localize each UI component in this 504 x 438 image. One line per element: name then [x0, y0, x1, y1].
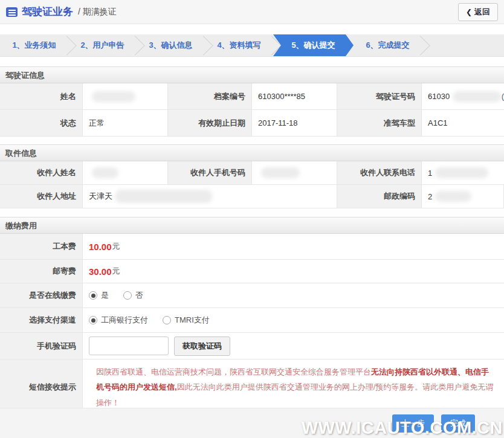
name-value [83, 83, 168, 110]
postcode-value: 2 [422, 185, 504, 208]
postage-fee-value: 30.00 元 [83, 260, 504, 283]
online-pay-label: 是否在线缴费 [0, 283, 83, 308]
pay-channel-options: 工商银行支付 TMRI支付 [83, 308, 504, 333]
redacted-recipient-phone [435, 167, 488, 178]
recipient-address-label: 收件人地址 [0, 185, 83, 208]
redacted-recipient-name [92, 167, 118, 178]
postage-fee-label: 邮寄费 [0, 260, 83, 283]
previous-step-button[interactable]: 上一步 [392, 414, 434, 433]
notice-part1: 因陕西省联通、电信运营商技术问题，陕西省互联网交通安全综合服务管理平台 [96, 367, 371, 376]
online-pay-yes-label: 是 [101, 290, 109, 301]
step-5-confirm-submit-active[interactable]: 5、确认提交 [273, 34, 354, 56]
license-no-label: 驾驶证号码 [337, 83, 422, 110]
channel-icbc-label: 工商银行支付 [101, 315, 148, 326]
recipient-address-value: 天津天 [83, 185, 337, 208]
recipient-mobile-label: 收件人手机号码 [168, 161, 252, 185]
recipient-phone-value: 1 [422, 161, 504, 185]
expiry-value: 2017-11-18 [252, 110, 337, 137]
breadcrumb-subtitle: / 期满换证 [78, 7, 117, 18]
footer-buttons: 上一步 完成 [392, 414, 475, 433]
redacted-recipient-address [115, 190, 212, 203]
vehicle-type-label: 准驾车型 [337, 110, 422, 137]
sms-code-input[interactable] [89, 337, 169, 355]
license-no-prefix: 61030 [428, 92, 450, 101]
get-code-button[interactable]: 获取验证码 [174, 337, 230, 356]
page-title: 驾驶证业务 [22, 5, 73, 19]
spacer [0, 57, 504, 66]
vehicle-type-value: A1C1 [422, 110, 504, 137]
step-nav: 1、业务须知 2、用户申告 3、确认信息 4、资料填写 5、确认提交 6、完成提… [0, 34, 504, 57]
spacer [0, 208, 504, 217]
back-button-label: 返回 [474, 7, 490, 18]
sms-code-label: 手机验证码 [0, 333, 83, 359]
postcode-prefix: 2 [428, 192, 432, 201]
radio-channel-tmri[interactable] [163, 316, 171, 324]
step-3-confirm-info[interactable]: 3、确认信息 [137, 34, 205, 56]
pickup-section-header: 取件信息 [0, 144, 504, 161]
redacted-name [92, 91, 135, 102]
fees-section-header: 缴纳费用 [0, 217, 504, 234]
back-button[interactable]: ❮ 返回 [458, 3, 498, 21]
step-4-fill-data[interactable]: 4、资料填写 [205, 34, 273, 56]
page: 驾驶证业务 / 期满换证 ❮ 返回 1、业务须知 2、用户申告 3、确认信息 4… [0, 0, 504, 438]
step-1-business-notice[interactable]: 1、业务须知 [0, 34, 68, 56]
recipient-phone-prefix: 1 [428, 169, 432, 178]
fees-table: 工本费 10.00 元 邮寄费 30.00 元 是否在线缴费 是 否 选择支付渠… [0, 234, 504, 416]
footer-bar: 上一步 完成 [0, 408, 504, 438]
license-section-header: 驾驶证信息 [0, 66, 504, 83]
file-no-value: 610300****85 [252, 83, 337, 110]
spacer [0, 137, 504, 144]
status-value: 正常 [83, 110, 168, 137]
file-no-label: 档案编号 [168, 83, 252, 110]
back-chevron-icon: ❮ [466, 8, 472, 16]
pickup-table: 收件人姓名 收件人手机号码 收件人联系电话 1 收件人地址 天津天 邮政编码 2 [0, 161, 504, 208]
redacted-license-no [453, 91, 502, 102]
status-label: 状态 [0, 110, 83, 137]
radio-online-pay-yes[interactable] [89, 291, 97, 300]
recipient-phone-label: 收件人联系电话 [337, 161, 422, 185]
radio-online-pay-no[interactable] [123, 291, 132, 300]
production-fee-amount: 10.00 [89, 242, 112, 252]
step-2-user-declaration[interactable]: 2、用户申告 [68, 34, 137, 56]
production-fee-label: 工本费 [0, 234, 83, 260]
radio-channel-icbc[interactable] [89, 316, 97, 324]
recipient-name-label: 收件人姓名 [0, 161, 83, 185]
production-fee-unit: 元 [112, 241, 120, 252]
sms-notice-text: 因陕西省联通、电信运营商技术问题，陕西省互联网交通安全综合服务管理平台无法向持陕… [89, 359, 504, 415]
finish-button[interactable]: 完成 [441, 414, 475, 433]
postage-fee-unit: 元 [112, 266, 120, 277]
redacted-recipient-mobile [261, 167, 300, 178]
license-no-suffix: ( [502, 92, 504, 101]
document-list-icon [6, 7, 18, 17]
recipient-address-prefix: 天津天 [89, 191, 112, 202]
redacted-postcode [435, 191, 471, 202]
online-pay-options: 是 否 [83, 283, 504, 308]
step-6-complete-submit[interactable]: 6、完成提交 [354, 34, 422, 56]
production-fee-value: 10.00 元 [83, 234, 504, 260]
channel-tmri-label: TMRI支付 [175, 315, 210, 326]
recipient-mobile-value [252, 161, 337, 185]
license-no-value: 61030 ( [422, 83, 504, 110]
postage-fee-amount: 30.00 [89, 266, 112, 277]
postcode-label: 邮政编码 [337, 185, 422, 208]
top-bar: 驾驶证业务 / 期满换证 ❮ 返回 [0, 0, 504, 24]
recipient-name-value [83, 161, 168, 185]
license-table: 姓名 档案编号 610300****85 驾驶证号码 61030 ( 状态 正常… [0, 83, 504, 137]
online-pay-no-label: 否 [135, 290, 143, 301]
sms-code-row: 获取验证码 [83, 333, 504, 359]
expiry-label: 有效期止日期 [168, 110, 252, 137]
name-label: 姓名 [0, 83, 83, 110]
pay-channel-label: 选择支付渠道 [0, 308, 83, 333]
